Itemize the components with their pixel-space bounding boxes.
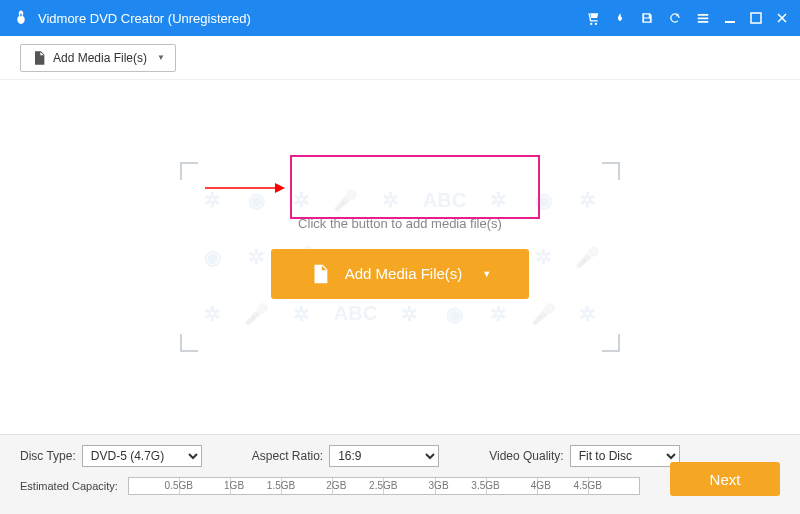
- titlebar-actions: [586, 11, 788, 25]
- menu-icon[interactable]: [696, 11, 710, 25]
- refresh-icon[interactable]: [668, 11, 682, 25]
- svg-rect-1: [751, 13, 761, 23]
- dropdown-caret-icon: ▼: [157, 53, 165, 62]
- app-logo-icon: [12, 9, 30, 27]
- aspect-ratio-label: Aspect Ratio:: [252, 449, 323, 463]
- capacity-label: Estimated Capacity:: [20, 480, 118, 492]
- toolbar: Add Media File(s) ▼: [0, 36, 800, 80]
- corner-decoration: [180, 334, 198, 352]
- close-icon[interactable]: [776, 12, 788, 24]
- svg-rect-0: [725, 21, 735, 23]
- titlebar: Vidmore DVD Creator (Unregistered): [0, 0, 800, 36]
- disc-type-select[interactable]: DVD-5 (4.7G): [82, 445, 202, 467]
- burn-icon[interactable]: [614, 11, 626, 25]
- footer-options: Disc Type: DVD-5 (4.7G) Aspect Ratio: 16…: [20, 445, 780, 467]
- disc-type-label: Disc Type:: [20, 449, 76, 463]
- aspect-ratio-select[interactable]: 16:9: [329, 445, 439, 467]
- add-file-icon: [309, 263, 331, 285]
- footer: Disc Type: DVD-5 (4.7G) Aspect Ratio: 16…: [0, 434, 800, 514]
- corner-decoration: [602, 162, 620, 180]
- maximize-icon[interactable]: [750, 12, 762, 24]
- video-quality-label: Video Quality:: [489, 449, 564, 463]
- app-title: Vidmore DVD Creator (Unregistered): [38, 11, 586, 26]
- add-media-button-small[interactable]: Add Media File(s) ▼: [20, 44, 176, 72]
- add-file-icon: [31, 50, 47, 66]
- corner-decoration: [180, 162, 198, 180]
- capacity-bar: 0.5GB 1GB 1.5GB 2GB 2.5GB 3GB 3.5GB 4GB …: [128, 477, 640, 495]
- add-media-button-big[interactable]: Add Media File(s) ▼: [271, 249, 529, 299]
- video-quality-select[interactable]: Fit to Disc: [570, 445, 680, 467]
- cart-icon[interactable]: [586, 11, 600, 25]
- save-icon[interactable]: [640, 11, 654, 25]
- hint-text: Click the button to add media file(s): [298, 216, 502, 231]
- dropzone: ✲◉✲🎤✲ABC✲◉✲ ◉✲🎤✲ABC✲◉✲🎤 ✲🎤✲ABC✲◉✲🎤✲ Clic…: [180, 162, 620, 352]
- corner-decoration: [602, 334, 620, 352]
- minimize-icon[interactable]: [724, 12, 736, 24]
- footer-capacity: Estimated Capacity: 0.5GB 1GB 1.5GB 2GB …: [20, 477, 780, 495]
- add-media-label-big: Add Media File(s): [345, 265, 463, 282]
- next-button[interactable]: Next: [670, 462, 780, 496]
- dropdown-caret-icon: ▼: [482, 269, 491, 279]
- main-area: ✲◉✲🎤✲ABC✲◉✲ ◉✲🎤✲ABC✲◉✲🎤 ✲🎤✲ABC✲◉✲🎤✲ Clic…: [0, 80, 800, 434]
- add-media-label-small: Add Media File(s): [53, 51, 147, 65]
